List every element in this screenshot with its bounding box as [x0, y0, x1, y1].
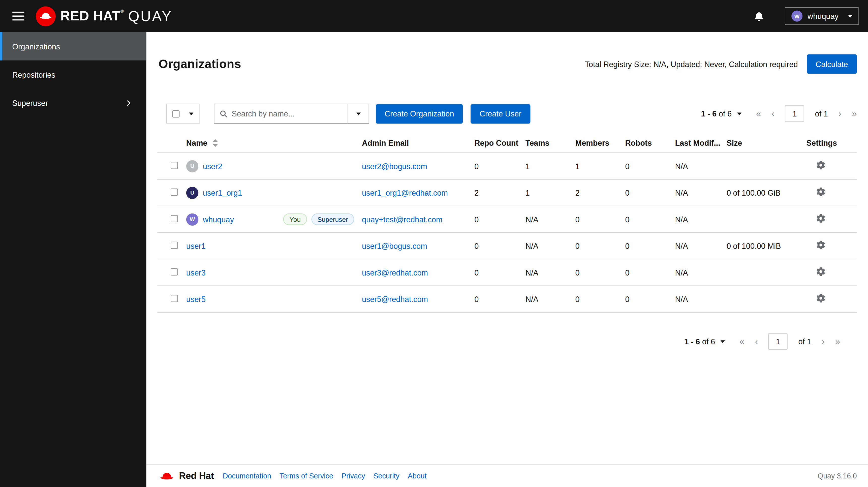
footer-link-documentation[interactable]: Documentation [223, 471, 271, 480]
sidebar-item-repositories[interactable]: Repositories [0, 61, 147, 89]
page-number-input[interactable] [785, 105, 805, 122]
robots-cell: 0 [625, 161, 675, 171]
members-cell: 0 [576, 242, 625, 250]
settings-cell [806, 294, 857, 304]
footer: Red Hat Documentation Terms of Service P… [147, 464, 868, 487]
teams-cell: N/A [526, 242, 576, 250]
table-row: U user1_org1 user1_org1@redhat.com 2 1 2… [157, 180, 857, 206]
bulk-select-checkbox[interactable] [173, 110, 180, 118]
first-page-button[interactable]: « [740, 337, 744, 346]
row-checkbox[interactable] [170, 268, 178, 275]
org-name-link[interactable]: user1 [186, 242, 206, 250]
search-box [214, 103, 348, 123]
settings-cell [806, 187, 857, 198]
repo-count-cell: 0 [474, 215, 525, 223]
search-input[interactable] [231, 109, 342, 118]
badge-superuser: Superuser [311, 213, 354, 225]
org-name-link[interactable]: user5 [186, 295, 206, 304]
next-page-button[interactable]: › [822, 337, 825, 346]
row-select-cell [157, 215, 186, 223]
footer-link-about[interactable]: About [408, 471, 427, 480]
pagination-range: 1 - 6 of 6 [701, 109, 732, 118]
first-page-button[interactable]: « [756, 109, 761, 118]
sort-icon[interactable] [213, 139, 218, 147]
org-avatar: U [186, 186, 198, 199]
admin-email-link[interactable]: user1@bogus.com [362, 242, 427, 250]
robots-cell: 0 [625, 215, 675, 223]
prev-page-button[interactable]: ‹ [755, 337, 758, 346]
settings-gear-icon[interactable] [816, 241, 825, 249]
bulk-select-dropdown[interactable] [166, 103, 199, 123]
admin-email-link[interactable]: user2@bogus.com [362, 161, 427, 171]
robots-column-header: Robots [625, 139, 675, 147]
row-checkbox[interactable] [170, 161, 178, 169]
table-row: U user2 user2@bogus.com 0 1 1 0 N/A [157, 153, 857, 180]
toolbar: Create Organization Create User 1 - 6 of… [157, 103, 857, 123]
teams-cell: N/A [526, 215, 576, 223]
sidebar-item-label: Superuser [12, 98, 48, 107]
org-name-link[interactable]: user3 [186, 268, 206, 277]
search-filter-dropdown[interactable] [348, 103, 369, 123]
last-modified-cell: N/A [675, 268, 726, 277]
footer-link-privacy[interactable]: Privacy [341, 471, 365, 480]
org-badges: YouSuperuser [283, 213, 354, 225]
footer-link-security[interactable]: Security [373, 471, 400, 480]
org-name-link[interactable]: user2 [203, 161, 222, 171]
last-page-button[interactable]: » [835, 337, 840, 346]
pagination-range-dropdown[interactable]: 1 - 6 of 6 [684, 337, 725, 346]
teams-cell: N/A [526, 268, 576, 277]
sidebar-item-label: Organizations [12, 42, 60, 51]
teams-cell: N/A [526, 295, 576, 304]
org-name-link[interactable]: user1_org1 [203, 188, 242, 197]
admin-email-link[interactable]: quay+test@redhat.com [362, 215, 442, 223]
admin-email-link[interactable]: user3@redhat.com [362, 268, 428, 277]
settings-column-header: Settings [806, 139, 857, 147]
robots-cell: 0 [625, 268, 675, 277]
bell-icon[interactable] [754, 11, 764, 21]
footer-links: Documentation Terms of Service Privacy S… [223, 471, 427, 480]
settings-gear-icon[interactable] [816, 294, 825, 303]
last-page-button[interactable]: » [852, 109, 857, 118]
organizations-table: Name Admin Email Repo Count Teams Member… [157, 133, 857, 312]
name-column-header[interactable]: Name [186, 139, 362, 147]
settings-cell [806, 241, 857, 251]
settings-gear-icon[interactable] [816, 161, 825, 170]
admin-email-cell: user3@redhat.com [362, 268, 474, 277]
search-icon [220, 110, 227, 118]
masthead: RED HAT ® QUAY W whuquay [0, 0, 868, 32]
settings-cell [806, 214, 857, 224]
settings-gear-icon[interactable] [816, 187, 825, 196]
settings-gear-icon[interactable] [816, 267, 825, 276]
sidebar-item-organizations[interactable]: Organizations [0, 32, 147, 61]
brand-registered-mark: ® [121, 8, 124, 13]
row-select-cell [157, 161, 186, 171]
row-checkbox[interactable] [170, 188, 178, 195]
settings-gear-icon[interactable] [816, 214, 825, 223]
hamburger-icon[interactable] [12, 11, 24, 21]
create-organization-button[interactable]: Create Organization [376, 104, 463, 123]
admin-email-link[interactable]: user1_org1@redhat.com [362, 188, 448, 197]
last-modified-cell: N/A [675, 242, 726, 250]
next-page-button[interactable]: › [838, 109, 841, 118]
sidebar-item-superuser[interactable]: Superuser [0, 89, 147, 117]
robots-cell: 0 [625, 188, 675, 197]
row-checkbox[interactable] [170, 295, 178, 302]
pagination-range: 1 - 6 of 6 [684, 337, 715, 346]
page-count-label: of 1 [798, 337, 811, 346]
admin-email-link[interactable]: user5@redhat.com [362, 295, 428, 304]
page-header: Organizations Total Registry Size: N/A, … [147, 32, 868, 74]
calculate-button[interactable]: Calculate [807, 55, 857, 74]
row-checkbox[interactable] [170, 242, 178, 249]
org-name-link[interactable]: whuquay [203, 215, 234, 223]
user-menu[interactable]: W whuquay [785, 7, 859, 25]
create-user-button[interactable]: Create User [471, 104, 530, 123]
pagination-range-dropdown[interactable]: 1 - 6 of 6 [701, 109, 742, 118]
repo-count-cell: 0 [474, 161, 525, 171]
footer-link-terms[interactable]: Terms of Service [279, 471, 333, 480]
prev-page-button[interactable]: ‹ [772, 109, 775, 118]
footer-brand-text: Red Hat [179, 470, 214, 482]
row-checkbox[interactable] [170, 215, 178, 222]
page-number-input[interactable] [769, 333, 788, 350]
repo-count-column-header: Repo Count [474, 139, 525, 147]
caret-down-icon [356, 112, 361, 115]
